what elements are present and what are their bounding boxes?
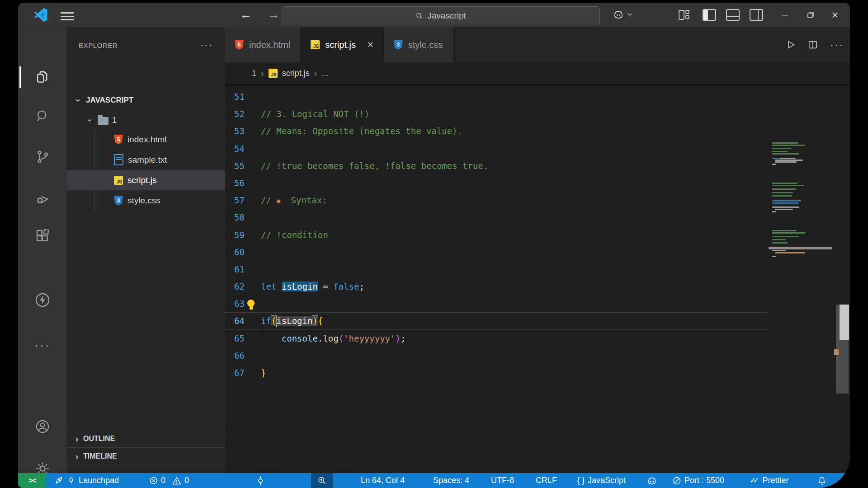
thunder-client-icon[interactable]	[18, 288, 67, 312]
file-row-style-css[interactable]: 3 style.css	[67, 190, 225, 211]
workspace-row[interactable]: › JAVASCRIPT	[67, 91, 225, 109]
close-tab-icon[interactable]: ×	[368, 39, 373, 51]
js-file-icon: JS	[269, 69, 278, 78]
minimap-line	[772, 185, 804, 186]
indentation-item[interactable]: Spaces: 4	[433, 473, 469, 488]
editor-scrollbar[interactable]	[834, 84, 850, 473]
launchpad-label: Launchpad	[79, 476, 119, 485]
line-number: 66	[225, 347, 261, 364]
line-number: 64	[225, 312, 261, 329]
extensions-icon[interactable]	[18, 224, 67, 248]
forward-button[interactable]: →	[266, 6, 282, 23]
code-line-65[interactable]: 65 console.log('heyyyyyy');	[225, 330, 769, 347]
breadcrumb-symbol[interactable]: ...	[321, 69, 328, 78]
tab-style-css[interactable]: 3 style.css	[384, 27, 453, 62]
search-sidebar-icon[interactable]	[18, 104, 67, 128]
code-line-66[interactable]: 66	[225, 347, 769, 364]
close-button[interactable]: ×	[826, 5, 844, 24]
customize-layout-button[interactable]	[675, 5, 693, 24]
code-line-54[interactable]: 54	[225, 140, 769, 157]
copilot-menu[interactable]: ›	[613, 9, 634, 20]
code-line-56[interactable]: 56	[225, 174, 769, 192]
run-file-button[interactable]	[786, 40, 796, 50]
minimap-line	[769, 247, 832, 249]
zoom-in-icon	[317, 476, 327, 485]
line-content	[261, 88, 769, 105]
code-line-67[interactable]: 67}	[225, 364, 769, 381]
code-line-59[interactable]: 59// !condition	[225, 226, 769, 244]
code-line-62[interactable]: 62let isLogin = false;	[225, 278, 769, 295]
minimap-line	[772, 153, 799, 155]
code-line-58[interactable]: 58	[225, 209, 769, 226]
code-line-60[interactable]: 60	[225, 244, 769, 261]
hamburger-menu-icon[interactable]	[61, 10, 74, 20]
editor-actions-icon[interactable]: ···	[830, 38, 844, 51]
screencast-item[interactable]	[257, 473, 264, 488]
minimap-line	[772, 151, 788, 152]
minimap-line	[772, 183, 797, 184]
launchpad-item[interactable]: Launchpad	[54, 473, 119, 488]
code-line-55[interactable]: 55// !true becomes false, !false becomes…	[225, 157, 769, 174]
line-content: }	[261, 364, 769, 381]
copilot-status-item[interactable]	[646, 473, 657, 488]
minimap[interactable]	[769, 84, 834, 473]
line-number: 59	[225, 226, 261, 244]
plug-icon	[67, 476, 75, 485]
breadcrumb-file[interactable]: script.js	[282, 69, 310, 78]
errors-icon	[149, 476, 158, 485]
back-button[interactable]: ←	[238, 6, 254, 23]
eol-item[interactable]: CRLF	[536, 473, 557, 488]
code-line-51[interactable]: 51	[225, 88, 769, 105]
more-views-icon[interactable]: ···	[18, 333, 67, 357]
blocked-circle-icon	[672, 476, 681, 485]
line-content: console.log('heyyyyyy');	[261, 330, 769, 347]
zoom-status-item[interactable]	[311, 473, 333, 488]
rocket-icon	[54, 476, 64, 485]
code-line-52[interactable]: 52// 3. Logical NOT (!)	[225, 105, 769, 122]
source-control-icon[interactable]	[18, 145, 67, 169]
line-number: 61	[225, 261, 261, 278]
remote-indicator[interactable]: ><	[18, 473, 46, 488]
minimize-button[interactable]: –	[776, 5, 795, 24]
cursor-position-item[interactable]: Ln 64, Col 4	[361, 473, 405, 488]
restore-button[interactable]	[801, 5, 820, 24]
explorer-actions-icon[interactable]: ···	[200, 39, 213, 51]
toggle-primary-sidebar-button[interactable]	[700, 5, 719, 24]
code-editor[interactable]: 5152// 3. Logical NOT (!)53// Means: Opp…	[225, 84, 850, 473]
tab-script-js[interactable]: JS script.js ×	[301, 27, 384, 62]
breadcrumb-folder[interactable]: 1	[252, 69, 256, 78]
code-line-63[interactable]: 63	[225, 295, 769, 312]
explorer-icon[interactable]	[18, 66, 67, 89]
formatter-item[interactable]: ✓✓ Prettier	[750, 473, 789, 488]
notifications-item[interactable]	[817, 473, 826, 488]
file-row-sample-txt[interactable]: sample.txt	[67, 150, 225, 170]
tab-label: index.html	[249, 40, 290, 50]
minimap-line	[772, 164, 776, 165]
code-line-57[interactable]: 57// ◆ Syntax:	[225, 192, 769, 209]
line-content: // !condition	[261, 226, 769, 244]
code-line-61[interactable]: 61	[225, 261, 769, 278]
run-debug-icon[interactable]	[18, 187, 67, 210]
folder-row[interactable]: › 1	[67, 111, 225, 129]
line-content: if(isLogin){	[261, 312, 769, 329]
tab-index-html[interactable]: 5 index.html	[225, 27, 301, 62]
code-line-53[interactable]: 53// Means: Opposite (negates the value)…	[225, 122, 769, 140]
file-row-script-js[interactable]: JS script.js	[67, 170, 225, 190]
toggle-panel-button[interactable]	[723, 5, 742, 24]
code-line-64[interactable]: 64if(isLogin){	[225, 312, 769, 329]
file-row-index-html[interactable]: 5 index.html	[67, 129, 225, 150]
toggle-secondary-sidebar-button[interactable]	[747, 5, 766, 24]
minimap-line	[775, 160, 803, 161]
account-icon[interactable]	[18, 415, 67, 438]
problems-item[interactable]: 0 0	[149, 473, 189, 488]
split-editor-button[interactable]	[807, 40, 818, 50]
chevron-down-icon: ›	[626, 11, 635, 18]
live-server-port-item[interactable]: Port : 5500	[672, 473, 724, 488]
breadcrumb[interactable]: 1 › JS script.js › ...	[225, 62, 850, 84]
timeline-section[interactable]: › TIMELINE	[67, 447, 225, 465]
language-mode-item[interactable]: { } JavaScript	[577, 473, 626, 488]
encoding-item[interactable]: UTF-8	[491, 473, 514, 488]
html-file-icon: 5	[235, 40, 244, 50]
command-center-search[interactable]: Javascript	[282, 6, 600, 25]
outline-section[interactable]: › OUTLINE	[67, 430, 225, 447]
